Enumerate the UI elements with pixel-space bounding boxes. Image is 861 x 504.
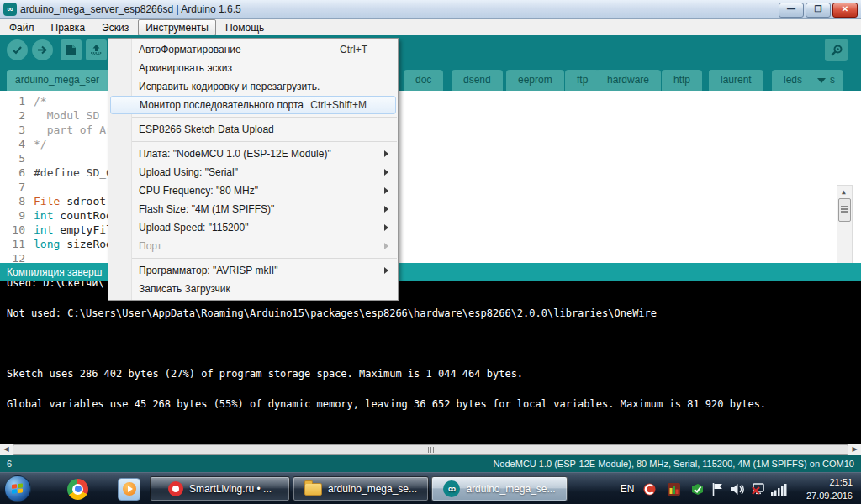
- network-error-icon[interactable]: [751, 476, 767, 501]
- media-player-taskbar-button[interactable]: [118, 476, 140, 501]
- menu-item-esp8266-sketch-data-upload[interactable]: ESP8266 Sketch Data Upload: [110, 120, 396, 139]
- taskbar-button-3[interactable]: ∞arduino_mega_se...: [431, 476, 568, 501]
- menu-item-записать-загрузчик[interactable]: Записать Загрузчик: [110, 280, 396, 298]
- scroll-up-icon[interactable]: ▲: [838, 186, 849, 197]
- submenu-arrow-icon: [384, 169, 388, 176]
- line-number: 10: [0, 223, 25, 237]
- open-sketch-button[interactable]: [86, 39, 107, 60]
- line-number: 1: [0, 94, 25, 108]
- scroll-right-icon[interactable]: ▶: [849, 444, 860, 454]
- menu-item-flash-size-4m-1m-spiffs-[interactable]: Flash Size: "4M (1M SPIFFS)": [110, 200, 396, 218]
- document-icon: [66, 44, 77, 56]
- taskbar-button-1[interactable]: SmartLiving.ru • ...: [150, 476, 290, 501]
- verify-button[interactable]: [7, 39, 28, 60]
- menu-item-label: Записать Загрузчик: [139, 283, 230, 295]
- tab-doc[interactable]: doc: [404, 70, 443, 91]
- scrollbar-thumb[interactable]: [838, 198, 851, 222]
- menu-item-label: Архивировать эскиз: [139, 62, 232, 74]
- ccleaner-icon[interactable]: [642, 476, 657, 501]
- language-indicator[interactable]: EN: [616, 476, 638, 501]
- tab-eeprom[interactable]: eeprom: [506, 70, 564, 91]
- media-player-icon: [118, 478, 140, 501]
- flag-icon[interactable]: [711, 476, 724, 501]
- code-text: /* Modul SD part of Ard*/ #define SD_CH …: [34, 94, 119, 265]
- taskbar-button-2[interactable]: arduino_mega_se...: [293, 476, 429, 501]
- menu-инструменты[interactable]: Инструменты: [138, 19, 216, 36]
- menu-помощь[interactable]: Помощь: [218, 19, 272, 36]
- console-line: [7, 351, 854, 366]
- taskbar-button-label: arduino_mega_se...: [328, 483, 417, 495]
- menu-item-label: Порт: [139, 240, 161, 252]
- start-button[interactable]: [4, 476, 31, 501]
- update-icon[interactable]: [690, 476, 705, 501]
- submenu-arrow-icon: [384, 187, 388, 194]
- taskbar-button-label: SmartLiving.ru • ...: [189, 483, 272, 495]
- console-line: [7, 321, 854, 336]
- restore-button[interactable]: ❐: [806, 3, 831, 18]
- serial-monitor-button[interactable]: [825, 39, 848, 61]
- menu-item-label: Upload Using: "Serial": [139, 166, 238, 178]
- board-config-text: NodeMCU 1.0 (ESP-12E Module), 80 MHz, Se…: [493, 455, 854, 472]
- menu-item-исправить-кодировку-и-перезагр[interactable]: Исправить кодировку и перезагрузить.: [110, 77, 396, 96]
- code-line: File sdroot;: [34, 194, 119, 208]
- minimize-button[interactable]: —: [779, 3, 804, 18]
- chart-icon[interactable]: [667, 476, 681, 501]
- menu-item-автоформатирование[interactable]: АвтоФорматированиеCtrl+T: [110, 40, 396, 59]
- upload-button[interactable]: [32, 39, 53, 60]
- menu-item-label: Flash Size: "4M (1M SPIFFS)": [139, 203, 274, 215]
- chrome-taskbar-button[interactable]: [67, 476, 88, 501]
- menu-item-label: CPU Frequency: "80 MHz": [139, 185, 258, 197]
- code-line: */: [34, 137, 119, 151]
- arrow-right-icon: [37, 45, 48, 55]
- windows-start-icon: [4, 475, 31, 502]
- magnifier-icon: [830, 44, 843, 57]
- tab-overflow-button[interactable]: s: [809, 70, 843, 91]
- menu-файл[interactable]: Файл: [2, 19, 42, 36]
- console-horizontal-scrollbar[interactable]: ◀ ▶: [0, 444, 861, 455]
- submenu-arrow-icon: [384, 150, 388, 157]
- tab-leds[interactable]: leds: [772, 70, 814, 91]
- line-number: 3: [0, 123, 25, 137]
- arrow-up-tray-icon: [90, 44, 103, 56]
- cursor-line-number: 6: [7, 455, 12, 472]
- menu-item-cpu-frequency-80-mhz-[interactable]: CPU Frequency: "80 MHz": [110, 181, 396, 200]
- new-sketch-button[interactable]: [61, 39, 82, 60]
- close-button[interactable]: ✕: [832, 3, 858, 18]
- code-line: part of Ard: [34, 123, 119, 137]
- arduino-icon: ∞: [443, 480, 460, 497]
- tab-http[interactable]: http: [662, 70, 702, 91]
- menu-эскиз[interactable]: Эскиз: [94, 19, 136, 36]
- code-line: [34, 180, 119, 194]
- volume-icon[interactable]: [730, 476, 746, 501]
- tab-dsend[interactable]: dsend: [452, 70, 503, 91]
- menu-item-label: АвтоФорматирование: [139, 44, 241, 55]
- menu-item-upload-speed-115200-[interactable]: Upload Speed: "115200": [110, 218, 396, 237]
- code-line: int countRoot: [34, 208, 119, 223]
- line-number: 11: [0, 237, 25, 251]
- scroll-left-icon[interactable]: ◀: [1, 444, 12, 454]
- line-number: 6: [0, 165, 25, 180]
- menu-правка[interactable]: Правка: [44, 19, 93, 36]
- taskbar-clock[interactable]: 21:51 27.09.2016: [806, 475, 853, 502]
- clock-date: 27.09.2016: [806, 489, 853, 502]
- menu-item-upload-using-serial-[interactable]: Upload Using: "Serial": [110, 163, 396, 181]
- submenu-arrow-icon: [384, 243, 388, 249]
- menu-item-архивировать-эскиз[interactable]: Архивировать эскиз: [110, 59, 396, 77]
- menu-item-монитор-последовательного-порт[interactable]: Монитор последовательного портаCtrl+Shif…: [110, 96, 396, 114]
- code-line: /*: [34, 94, 119, 108]
- menu-shortcut: Ctrl+Shift+M: [310, 97, 367, 113]
- line-number: 2: [0, 108, 25, 123]
- line-number: 8: [0, 194, 25, 208]
- tab-hardware[interactable]: hardware: [595, 70, 661, 91]
- menu-separator: [109, 258, 397, 259]
- signal-icon[interactable]: [770, 476, 787, 501]
- scrollbar-thumb[interactable]: [13, 444, 848, 455]
- line-number: 7: [0, 180, 25, 194]
- tab-laurent[interactable]: laurent: [709, 70, 763, 91]
- menu-separator: [109, 117, 397, 118]
- console-line: [7, 336, 854, 351]
- menu-shortcut: Ctrl+T: [340, 40, 367, 59]
- menu-item-программатор-avrisp-mkii-[interactable]: Программатор: "AVRISP mkII": [110, 261, 396, 280]
- menu-item-плата-nodemcu-1-0-esp-12e-modu[interactable]: Плата: "NodeMCU 1.0 (ESP-12E Module)": [110, 144, 396, 163]
- folder-icon: [304, 483, 322, 496]
